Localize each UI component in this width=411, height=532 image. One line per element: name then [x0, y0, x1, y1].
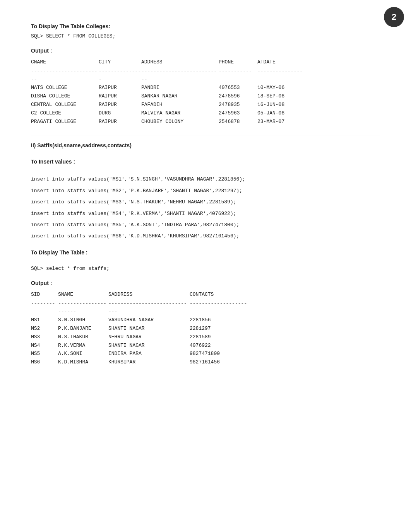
insert-statements: insert into staffs values('MS1','S.N.SIN… [31, 175, 380, 240]
insert-stmt-3: insert into staffs values('MS3','N.S.THA… [31, 198, 380, 206]
table-row: MATS COLLEGE RAIPUR PANDRI 4076553 10-MA… [31, 84, 380, 92]
col-div-address: --------------------------- [141, 67, 219, 84]
colleges-table: CNAME CITY ADDRESS PHONE AFDATE --------… [31, 58, 380, 126]
staffs-table-divider: -------- ---------------------- --------… [31, 300, 380, 316]
insert-stmt-6: insert into staffs values('MS6','K.D.MIS… [31, 232, 380, 240]
col-header-cname: CNAME [31, 58, 99, 66]
col-header-city: CITY [99, 58, 141, 66]
staffs-table: SID SNAME SADDRESS CONTACTS -------- ---… [31, 291, 380, 367]
col-div-afdate: --------------- [257, 67, 308, 84]
page-number: 2 [384, 7, 404, 27]
table-row: MS1 S.N.SINGH VASUNDHRA NAGAR 2281856 [31, 316, 380, 324]
colleges-title: To Display The Table Colleges: [31, 23, 380, 29]
col-div-cname: ------------------------ [31, 67, 99, 84]
section-colleges: To Display The Table Colleges: SQL> SELE… [31, 23, 380, 126]
table-row: MS3 N.S.THAKUR NEHRU NAGAR 2281589 [31, 333, 380, 341]
insert-stmt-4: insert into staffs values('MS4','R.K.VER… [31, 209, 380, 218]
staffs-insert-label: To Insert values : [31, 159, 380, 165]
col-header-sname: SNAME [58, 291, 108, 299]
colleges-output-label: Output : [31, 48, 380, 54]
table-row: DISHA COLLEGE RAIPUR SANKAR NAGAR 247859… [31, 92, 380, 101]
col-header-contacts: CONTACTS [190, 291, 252, 299]
col-header-sid: SID [31, 291, 58, 299]
insert-stmt-5: insert into staffs values('MS5','A.K.SON… [31, 220, 380, 229]
table-row: MS2 P.K.BANJARE SHANTI NAGAR 2281297 [31, 325, 380, 333]
colleges-table-header: CNAME CITY ADDRESS PHONE AFDATE [31, 58, 380, 66]
table-row: MS5 A.K.SONI INDIRA PARA 9827471800 [31, 350, 380, 358]
table-row: PRAGATI COLLEGE RAIPUR CHOUBEY COLONY 25… [31, 118, 380, 126]
section-divider [31, 135, 380, 135]
col-div-city: --------------- [99, 67, 141, 84]
staffs-title: ii) Satffs(sid,sname,saddress,contacts) [31, 142, 380, 148]
staffs-display-label: To Display The Table : [31, 249, 380, 256]
section-staffs: ii) Satffs(sid,sname,saddress,contacts) … [31, 142, 380, 367]
col-header-phone: PHONE [219, 58, 257, 66]
col-div-phone: ----------- [219, 67, 257, 84]
colleges-sql: SQL> SELECT * FROM COLLEGES; [31, 33, 380, 39]
table-row: C2 COLLEGE DURG MALVIYA NAGAR 2475963 05… [31, 109, 380, 118]
staffs-sql: SQL> select * from staffs; [31, 266, 380, 271]
insert-stmt-2: insert into staffs values('MS2','P.K.BAN… [31, 186, 380, 195]
insert-stmt-1: insert into staffs values('MS1','S.N.SIN… [31, 175, 380, 184]
table-row: MS4 R.K.VERMA SHANTI NAGAR 4076922 [31, 342, 380, 350]
colleges-table-divider: ------------------------ ---------------… [31, 67, 380, 84]
col-header-saddress: SADDRESS [108, 291, 190, 299]
table-row: CENTRAL COLLEGE RAIPUR FAFADIH 2478935 1… [31, 101, 380, 109]
col-header-afdate: AFDATE [257, 58, 308, 66]
table-row: MS6 K.D.MISHRA KHURSIPAR 9827161456 [31, 358, 380, 367]
col-header-address: ADDRESS [141, 58, 219, 66]
staffs-table-header: SID SNAME SADDRESS CONTACTS [31, 291, 380, 299]
staffs-output-label: Output : [31, 280, 380, 286]
